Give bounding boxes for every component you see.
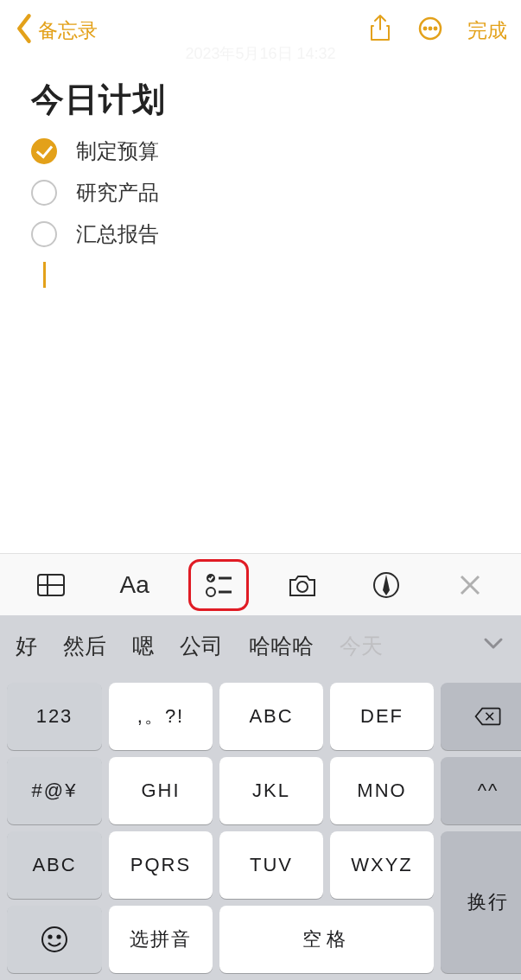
key-symbols[interactable]: #@¥ <box>7 757 102 824</box>
share-button[interactable] <box>367 14 393 47</box>
svg-point-17 <box>42 927 67 951</box>
key-pqrs[interactable]: PQRS <box>109 831 213 899</box>
key-punct[interactable]: ,。?! <box>109 683 213 750</box>
key-tuv[interactable]: TUV <box>219 831 323 899</box>
svg-point-18 <box>48 935 51 938</box>
key-kaomoji[interactable]: ^^ <box>441 757 521 824</box>
candidate-word[interactable]: 公司 <box>180 632 223 660</box>
key-abc-mode[interactable]: ABC <box>7 831 102 899</box>
table-button[interactable] <box>25 563 77 607</box>
checklist-item[interactable]: 研究产品 <box>31 179 490 207</box>
candidate-word[interactable]: 嗯 <box>132 632 154 660</box>
text-cursor <box>43 262 46 288</box>
candidate-word[interactable]: 哈哈哈 <box>249 632 314 660</box>
done-button[interactable]: 完成 <box>467 17 507 44</box>
svg-point-3 <box>435 28 436 29</box>
note-area[interactable]: 今日计划 制定预算 研究产品 汇总报告 <box>0 60 521 296</box>
svg-point-11 <box>297 582 308 592</box>
keyboard: 好 然后 嗯 公司 哈哈哈 今天 123 ,。?! ABC DEF #@¥ GH… <box>0 615 521 980</box>
more-button[interactable] <box>417 14 443 47</box>
key-enter[interactable]: 换行 <box>441 831 521 973</box>
key-ghi[interactable]: GHI <box>109 757 213 824</box>
key-wxyz[interactable]: WXYZ <box>330 831 434 899</box>
checkbox-checked-icon[interactable] <box>31 138 57 164</box>
markup-button[interactable] <box>360 563 412 607</box>
svg-point-1 <box>424 28 426 29</box>
checklist-button[interactable] <box>193 563 245 607</box>
close-keyboard-button[interactable] <box>444 563 496 607</box>
checklist-text: 制定预算 <box>76 137 159 165</box>
back-label: 备忘录 <box>38 17 98 44</box>
checkbox-icon[interactable] <box>31 180 57 206</box>
camera-button[interactable] <box>276 563 328 607</box>
chevron-left-icon <box>14 13 36 48</box>
key-mno[interactable]: MNO <box>330 757 434 824</box>
key-123[interactable]: 123 <box>7 683 102 750</box>
text-format-button[interactable]: Aa <box>109 563 161 607</box>
back-button[interactable]: 备忘录 <box>14 13 98 48</box>
key-space[interactable]: 空格 <box>219 906 434 973</box>
candidate-word[interactable]: 好 <box>16 632 37 660</box>
key-jkl[interactable]: JKL <box>219 757 323 824</box>
svg-point-19 <box>57 935 60 938</box>
expand-candidates-button[interactable] <box>481 631 505 660</box>
key-abc[interactable]: ABC <box>219 683 323 750</box>
key-def[interactable]: DEF <box>330 683 434 750</box>
candidate-word[interactable]: 今天 <box>340 632 383 660</box>
app-header: 备忘录 完成 2023年5月16日 14:32 <box>0 0 521 60</box>
svg-point-2 <box>429 28 431 29</box>
checklist-item[interactable]: 制定预算 <box>31 137 490 165</box>
format-toolbar: Aa <box>0 553 521 615</box>
note-title: 今日计划 <box>31 78 490 122</box>
key-ime[interactable]: 选拼音 <box>109 906 213 973</box>
key-delete[interactable] <box>441 683 521 750</box>
checklist-text: 汇总报告 <box>76 220 159 248</box>
candidate-bar: 好 然后 嗯 公司 哈哈哈 今天 <box>0 615 521 676</box>
candidate-word[interactable]: 然后 <box>63 632 106 660</box>
checklist-text: 研究产品 <box>76 179 159 207</box>
svg-point-9 <box>206 588 215 596</box>
key-emoji[interactable] <box>7 906 102 973</box>
checkbox-icon[interactable] <box>31 221 57 247</box>
checklist-item[interactable]: 汇总报告 <box>31 220 490 248</box>
